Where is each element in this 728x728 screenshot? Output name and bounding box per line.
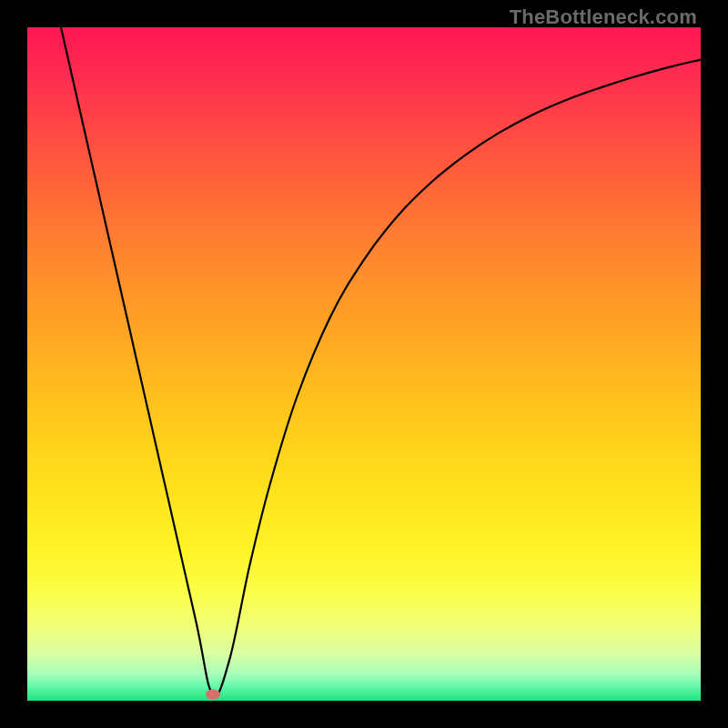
curve-svg <box>27 27 701 701</box>
chart-frame: TheBottleneck.com <box>0 0 728 728</box>
bottleneck-curve <box>61 27 701 695</box>
minimum-marker <box>206 689 220 699</box>
watermark-text: TheBottleneck.com <box>510 5 697 29</box>
plot-area <box>27 27 701 701</box>
